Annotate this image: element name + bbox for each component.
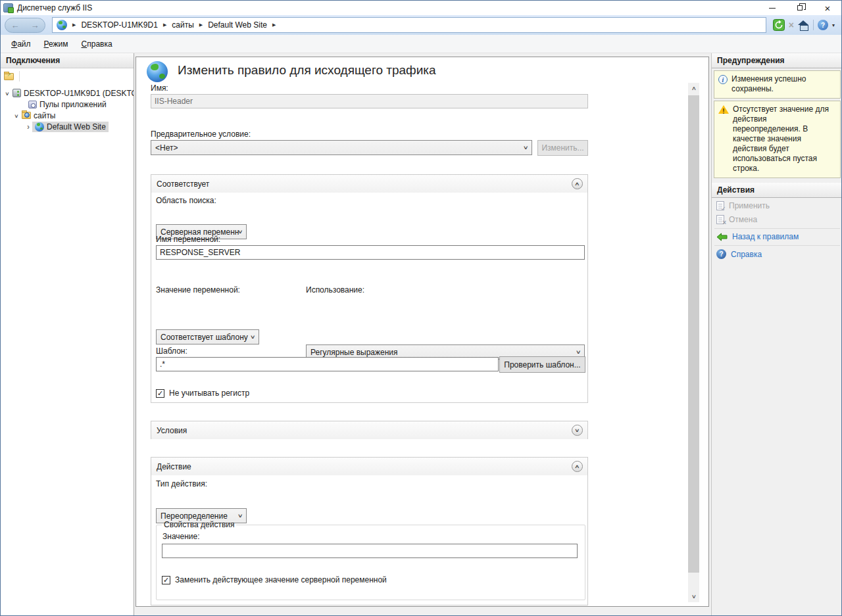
server-icon: [12, 89, 21, 97]
tree-item-app-pools[interactable]: Пулы приложений: [1, 99, 134, 110]
minimize-icon: [769, 8, 776, 9]
menu-help[interactable]: Справка: [75, 37, 119, 51]
breadcrumb-arrow-icon: ▶: [199, 22, 203, 28]
tree-item-label: сайты: [34, 111, 56, 120]
info-icon: i: [718, 75, 728, 84]
restart-icon[interactable]: [773, 19, 785, 31]
chevron-down-icon: ∨: [523, 145, 529, 151]
replace-checkbox[interactable]: [162, 576, 170, 584]
tree-item-sites[interactable]: сайты: [1, 110, 134, 121]
action-type-label: Тип действия:: [156, 479, 207, 488]
toolbar-separator: [813, 20, 814, 30]
warning-icon: [718, 105, 729, 114]
value-input[interactable]: [162, 544, 578, 558]
vertical-scrollbar[interactable]: ∧ ∨: [688, 83, 699, 602]
toolbar-separator: [19, 71, 20, 82]
iis-manager-window: Диспетчер служб IIS × ← → ▶ DESKTOP-U1MK…: [0, 0, 842, 616]
scroll-down-button[interactable]: ∨: [688, 591, 699, 602]
replace-label: Заменить действующее значение серверной …: [175, 575, 387, 584]
conditions-section: Условия ∨: [151, 421, 588, 439]
scrollbar-thumb[interactable]: [688, 95, 699, 573]
restore-button[interactable]: [786, 1, 814, 15]
variable-name-input[interactable]: [156, 245, 585, 260]
name-input: [151, 94, 588, 108]
back-to-rules-action[interactable]: Назад к правилам: [712, 231, 842, 243]
breadcrumb-arrow-icon: ▶: [72, 22, 76, 28]
replace-row: Заменить действующее значение серверной …: [162, 575, 580, 584]
cancel-icon: ×: [716, 215, 724, 224]
cancel-action: × Отмена: [712, 214, 842, 225]
feature-page: Изменить правило для исходящего трафика …: [136, 57, 709, 607]
chevron-down-icon[interactable]: [3, 89, 11, 98]
collapse-section-button[interactable]: ∧: [572, 461, 583, 472]
apply-icon: ✓: [716, 201, 724, 210]
variable-value-select[interactable]: Соответствует шаблону ∨: [156, 329, 259, 344]
home-icon[interactable]: [798, 20, 809, 30]
apply-action: ✓ Применить: [712, 200, 842, 212]
pattern-input[interactable]: [156, 357, 499, 371]
collapse-section-button[interactable]: ∧: [572, 178, 583, 189]
ignore-case-checkbox[interactable]: [156, 389, 164, 398]
tree-item-label: DESKTOP-U1MK9D1 (DESKTOI: [24, 89, 134, 98]
match-section-title: Соответствует: [157, 179, 209, 189]
chevron-right-icon[interactable]: [24, 122, 32, 131]
tree-item-server[interactable]: DESKTOP-U1MK9D1 (DESKTOI: [1, 87, 134, 99]
chevron-down-icon: ∨: [691, 594, 696, 600]
breadcrumb-server[interactable]: DESKTOP-U1MK9D1: [81, 20, 157, 30]
scroll-up-button[interactable]: ∧: [688, 83, 699, 94]
scope-label: Область поиска:: [156, 196, 216, 205]
variable-value-value: Соответствует шаблону: [161, 333, 248, 342]
info-alert-text: Изменения успешно сохранены.: [731, 74, 836, 94]
tree-item-default-web-site[interactable]: Default Web Site: [1, 121, 134, 132]
menu-bar: Файл Режим Справка: [1, 35, 841, 53]
breadcrumb-arrow-icon: ▶: [272, 22, 276, 28]
close-button[interactable]: ×: [814, 1, 841, 15]
minimize-button[interactable]: [758, 1, 786, 15]
chevron-down-icon: ∨: [250, 334, 256, 340]
ignore-case-label: Не учитывать регистр: [169, 389, 249, 398]
info-alert: i Изменения успешно сохранены.: [714, 70, 841, 99]
test-pattern-button[interactable]: Проверить шаблон...: [499, 356, 585, 373]
help-caret-icon[interactable]: ▾: [832, 22, 835, 28]
conditions-section-title: Условия: [157, 426, 187, 435]
save-connection-icon[interactable]: [4, 73, 14, 80]
back-to-rules-label: Назад к правилам: [732, 232, 799, 241]
action-section: Действие ∧ Тип действия: Переопределение…: [151, 457, 588, 605]
connections-toolbar: [1, 68, 134, 84]
restore-icon: [797, 5, 803, 11]
chevron-down-icon[interactable]: [12, 111, 20, 120]
chevron-down-icon: ∨: [237, 229, 243, 235]
precondition-select[interactable]: <Нет> ∨: [151, 140, 532, 155]
globe-icon: [35, 122, 44, 131]
breadcrumb-default-web-site[interactable]: Default Web Site: [208, 20, 267, 30]
breadcrumb-sites[interactable]: сайты: [172, 20, 194, 30]
help-icon[interactable]: ?: [818, 20, 828, 30]
connections-tree: DESKTOP-U1MK9D1 (DESKTOI Пулы приложений…: [1, 84, 134, 132]
selected-tree-item[interactable]: Default Web Site: [32, 122, 109, 132]
chevron-up-icon: ∧: [691, 85, 696, 91]
precondition-value: <Нет>: [155, 143, 178, 153]
sites-folder-icon: [22, 112, 31, 119]
name-label: Имя:: [151, 83, 168, 93]
menu-file[interactable]: Файл: [5, 37, 37, 51]
nav-buttons: ← →: [5, 18, 45, 33]
forward-icon[interactable]: →: [31, 21, 39, 30]
menu-view[interactable]: Режим: [37, 37, 75, 51]
apply-label: Применить: [729, 201, 770, 210]
chevron-down-icon: ∨: [574, 428, 580, 433]
pattern-label: Шаблон:: [156, 346, 187, 356]
conditions-section-header: Условия ∨: [151, 421, 587, 439]
breadcrumb: ▶ DESKTOP-U1MK9D1 ▶ сайты ▶ Default Web …: [52, 17, 766, 33]
tree-item-label: Пулы приложений: [39, 100, 107, 109]
chevron-up-icon: ∧: [574, 181, 580, 187]
title-bar: Диспетчер служб IIS ×: [1, 1, 841, 15]
action-section-title: Действие: [157, 462, 191, 471]
back-icon[interactable]: ←: [11, 21, 20, 30]
page-globe-icon: [147, 61, 168, 82]
help-action[interactable]: ? Справка: [712, 248, 842, 260]
actions-header: Действия: [712, 183, 842, 198]
connections-pane: Подключения DESKTOP-U1MK9D1 (DESKTOI Пул…: [1, 53, 134, 615]
stop-icon: ×: [789, 20, 794, 30]
expand-section-button[interactable]: ∨: [572, 425, 583, 436]
value-label: Значение:: [162, 532, 580, 541]
